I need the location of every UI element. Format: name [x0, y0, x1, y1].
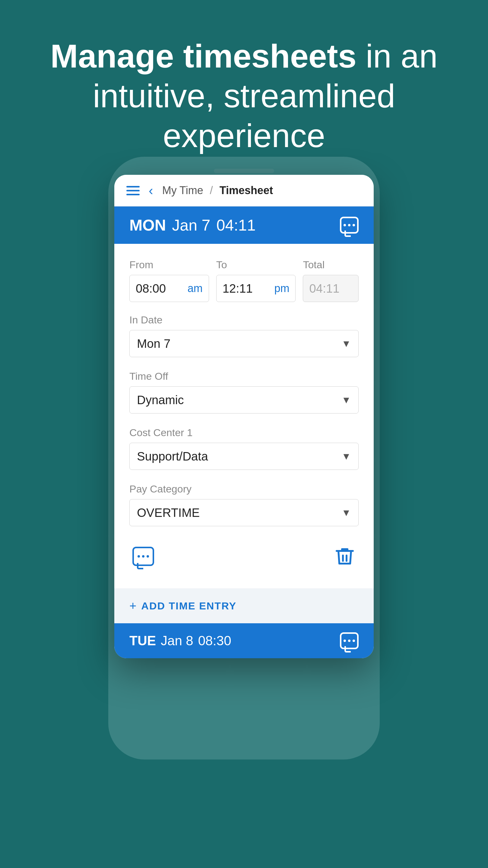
from-group: From 08:00 am — [130, 259, 209, 302]
from-input[interactable]: 08:00 am — [130, 275, 209, 302]
time-off-chevron-icon: ▼ — [341, 395, 351, 406]
time-off-field: Time Off Dynamic ▼ — [130, 370, 358, 413]
from-value: 08:00 — [136, 282, 188, 296]
pay-category-chevron-icon: ▼ — [341, 507, 351, 518]
breadcrumb-current: Timesheet — [220, 184, 273, 196]
back-button[interactable]: ‹ — [149, 184, 153, 197]
cost-center-label: Cost Center 1 — [130, 427, 358, 438]
day-label: MON — [130, 216, 166, 234]
time-off-label: Time Off — [130, 370, 358, 382]
to-group: To 12:11 pm — [216, 259, 296, 302]
cost-center-select[interactable]: Support/Data ▼ — [130, 443, 358, 470]
menu-button[interactable] — [126, 186, 140, 195]
total-input: 04:11 — [303, 275, 358, 302]
from-label: From — [130, 259, 209, 271]
to-input[interactable]: 12:11 pm — [216, 275, 296, 302]
date-label: Jan 7 — [172, 216, 210, 234]
hero-title: Manage timesheets in an intuitive, strea… — [24, 36, 464, 156]
time-label: 04:11 — [217, 216, 256, 234]
to-label: To — [216, 259, 296, 271]
phone-container: ‹ My Time / Timesheet MON Jan 7 04:11 — [78, 175, 410, 658]
nav-bar: ‹ My Time / Timesheet — [114, 175, 374, 207]
cost-center-field: Cost Center 1 Support/Data ▼ — [130, 427, 358, 470]
pay-category-label: Pay Category — [130, 483, 358, 495]
pay-category-field: Pay Category OVERTIME ▼ — [130, 483, 358, 526]
cost-center-value: Support/Data — [137, 450, 341, 463]
time-row: From 08:00 am To 12:11 pm Total — [130, 259, 358, 302]
next-day-time: 08:30 — [198, 633, 231, 648]
day-header-left: MON Jan 7 04:11 — [130, 216, 256, 234]
total-group: Total 04:11 — [303, 259, 358, 302]
to-value: 12:11 — [223, 282, 275, 296]
next-day-chat-dots — [344, 640, 355, 642]
bottom-icons-row — [130, 539, 358, 576]
total-value: 04:11 — [309, 282, 352, 296]
to-ampm: pm — [274, 282, 289, 295]
comment-dots — [138, 555, 149, 558]
breadcrumb-parent: My Time — [162, 184, 203, 196]
hero-section: Manage timesheets in an intuitive, strea… — [0, 0, 488, 174]
in-date-chevron-icon: ▼ — [341, 338, 351, 349]
time-off-value: Dynamic — [137, 393, 341, 407]
header-chat-icon[interactable] — [340, 217, 358, 234]
next-day-header[interactable]: TUE Jan 8 08:30 — [114, 623, 374, 658]
next-day-date: Jan 8 — [161, 633, 193, 648]
app-screen: ‹ My Time / Timesheet MON Jan 7 04:11 — [114, 175, 374, 658]
time-off-select[interactable]: Dynamic ▼ — [130, 386, 358, 413]
in-date-field: In Date Mon 7 ▼ — [130, 314, 358, 357]
add-time-entry-button[interactable]: + ADD TIME ENTRY — [114, 588, 374, 623]
plus-icon: + — [130, 600, 136, 612]
next-day-chat-icon[interactable] — [340, 632, 358, 649]
cost-center-chevron-icon: ▼ — [341, 451, 351, 462]
in-date-value: Mon 7 — [137, 337, 341, 350]
breadcrumb-separator: / — [210, 184, 213, 196]
chat-dots — [344, 224, 355, 226]
next-day-day: TUE — [130, 633, 156, 648]
next-day-info: TUE Jan 8 08:30 — [130, 633, 231, 648]
total-label: Total — [303, 259, 358, 271]
form-area: From 08:00 am To 12:11 pm Total — [114, 244, 374, 588]
from-ampm: am — [188, 282, 203, 295]
delete-button[interactable] — [334, 546, 355, 567]
pay-category-value: OVERTIME — [137, 506, 341, 520]
pay-category-select[interactable]: OVERTIME ▼ — [130, 499, 358, 526]
day-header: MON Jan 7 04:11 — [114, 207, 374, 244]
hero-title-bold: Manage timesheets — [50, 37, 356, 74]
in-date-select[interactable]: Mon 7 ▼ — [130, 330, 358, 357]
phone-notch — [214, 169, 274, 173]
comment-button[interactable] — [133, 547, 154, 566]
add-entry-label: ADD TIME ENTRY — [141, 600, 236, 612]
breadcrumb: My Time / Timesheet — [162, 184, 273, 197]
in-date-label: In Date — [130, 314, 358, 326]
